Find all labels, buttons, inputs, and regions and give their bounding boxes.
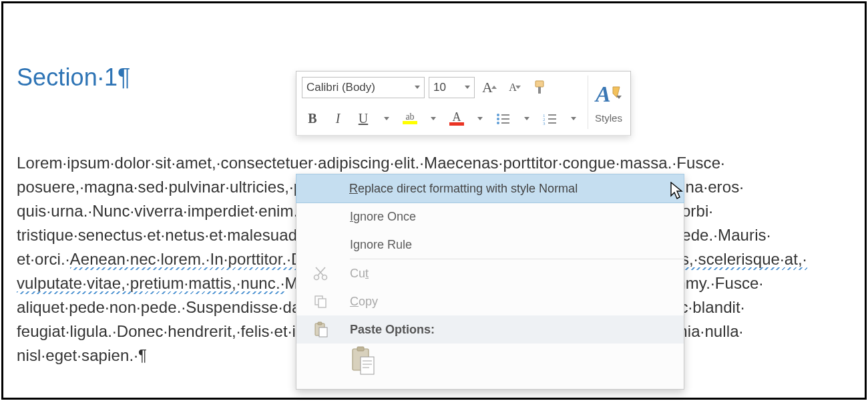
grow-font-button[interactable]: A [479,77,500,98]
copy-icon [312,293,329,309]
bold-button[interactable]: B [302,108,323,130]
numbering-icon: 1 2 3 [543,113,558,125]
svg-point-15 [314,275,319,280]
menu-ignore-once[interactable]: Ignore Once [296,203,684,231]
clipboard-icon [350,346,377,376]
chevron-down-icon [415,86,420,89]
format-painter-button[interactable] [529,77,551,98]
svg-rect-26 [361,357,374,374]
highlight-button[interactable]: ab [399,108,421,130]
svg-rect-23 [319,327,327,337]
font-name-value: Calibri (Body) [306,81,375,94]
chevron-down-icon [431,117,436,120]
scissors-icon [312,265,329,281]
svg-rect-7 [501,122,509,124]
paintbrush-icon [531,79,549,96]
svg-rect-13 [548,122,556,124]
svg-rect-27 [363,360,372,362]
svg-rect-1 [538,87,541,94]
menu-copy: Copy [296,287,684,315]
chevron-down-icon [616,96,622,112]
highlight-dropdown[interactable] [425,108,442,130]
italic-button[interactable]: I [327,108,349,130]
svg-point-2 [497,114,499,116]
font-color-dropdown[interactable] [471,108,489,130]
numbering-dropdown[interactable] [565,108,582,130]
mini-toolbar: Calibri (Body) 10 A A [296,71,631,136]
svg-rect-25 [357,347,364,351]
bullets-icon [496,113,511,125]
grammar-squiggle-2[interactable]: vulputate·vitae,·pretium·mattis,·nunc.· [17,274,284,292]
svg-rect-5 [501,118,509,120]
chevron-down-icon [384,117,389,120]
bullets-button[interactable] [493,108,514,130]
underline-button[interactable]: U [353,108,374,130]
p1-tail-pre: et·orci.· [17,250,70,268]
p1-line1: Lorem·ipsum·dolor·sit·amet,·consectetuer… [17,154,725,172]
styles-button[interactable]: A Styles [588,76,629,129]
document-frame: Section·1¶ Lorem·ipsum·dolor·sit·amet,·c… [1,1,867,400]
svg-rect-28 [363,364,372,365]
p1-after-4: nisl·eget·sapien.·¶ [17,346,147,364]
caret-up-icon [491,86,497,89]
menu-paste-options[interactable] [296,344,684,389]
bullets-dropdown[interactable] [518,108,535,130]
svg-rect-29 [363,367,369,368]
svg-rect-3 [501,114,509,116]
svg-text:3: 3 [543,121,546,125]
underline-dropdown[interactable] [378,108,395,130]
menu-ignore-rule[interactable]: Ignore Rule [296,231,684,259]
context-menu: Replace direct formatting with style Nor… [296,174,684,390]
svg-rect-22 [318,322,322,325]
caret-down-icon [515,86,521,89]
font-name-dropdown[interactable]: Calibri (Body) [302,77,425,98]
svg-point-16 [322,275,327,280]
svg-point-6 [497,122,499,124]
menu-replace-formatting[interactable]: Replace direct formatting with style Nor… [296,174,684,203]
menu-cut: Cut [296,259,684,287]
svg-rect-0 [535,81,544,87]
paste-icon [312,321,329,338]
styles-label: Styles [595,112,622,124]
shrink-font-button[interactable]: A [504,77,525,98]
font-color-swatch-icon [449,122,464,126]
mouse-cursor-icon [670,182,684,200]
chevron-down-icon [477,117,483,120]
font-color-button[interactable]: A [446,108,467,130]
chevron-down-icon [524,117,529,120]
svg-text:A: A [594,82,611,106]
svg-rect-20 [318,299,326,307]
font-size-dropdown[interactable]: 10 [429,77,475,98]
chevron-down-icon [571,117,576,120]
svg-rect-11 [548,118,556,120]
font-size-value: 10 [433,81,446,94]
svg-point-4 [497,118,499,120]
chevron-down-icon [465,86,470,89]
highlight-swatch-icon [403,121,417,124]
menu-paste-options-header: Paste Options: [296,315,684,344]
numbering-button[interactable]: 1 2 3 [539,108,561,130]
svg-rect-9 [548,114,556,116]
